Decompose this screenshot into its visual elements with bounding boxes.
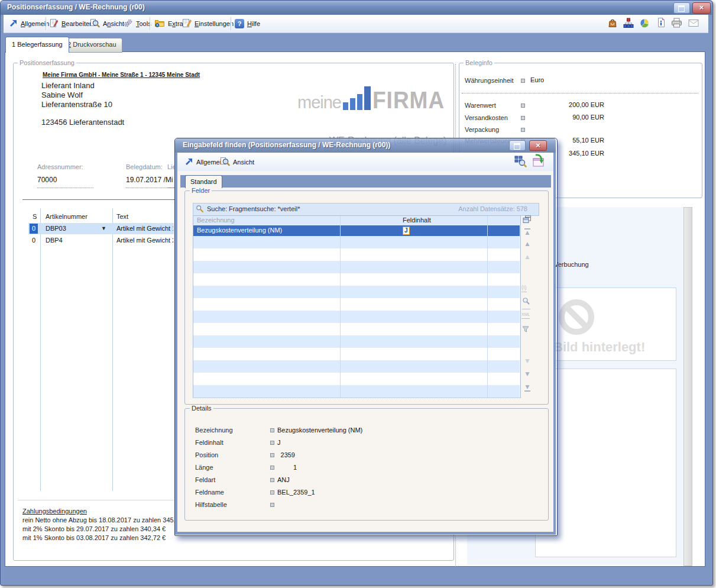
scroll-page-up-icon[interactable]: ▲ [523,241,532,247]
detail-label: Feldname [195,489,224,496]
dialog-close-button[interactable]: × [529,140,547,151]
dialog-menu-allgemein[interactable]: Allgemein [185,155,225,169]
verpackung-label: Verpackung [465,126,499,133]
no-image-text: Bild hinterlegt! [553,340,645,355]
row-artikelnummer[interactable]: DBP03 [46,225,66,232]
menu-item-bearbeiten[interactable]: Bearbeiten [49,17,93,31]
field-bullet-icon [270,490,274,495]
mail-icon[interactable] [688,19,699,30]
row-status-cell[interactable]: 0 [32,237,35,244]
dialog-frame [553,153,556,535]
address-line: Lieferant Inland [41,81,95,90]
menu-item-einstellungen[interactable]: Einstellungen [182,17,234,31]
search-term[interactable]: Fragmentsuche: *verteil* [229,205,300,212]
apply-selection-icon[interactable] [532,154,546,170]
modules-icon[interactable] [623,18,634,31]
scroll-page-down-icon[interactable]: ▼ [523,371,532,377]
address-line: Lieferantenstraße 10 [41,100,112,109]
adressnummer-value[interactable]: 70000 [37,176,57,184]
col-header-artikelnummer[interactable]: Artikelnummer [46,213,88,220]
document-info-icon[interactable] [656,17,666,30]
field-bullet-icon [521,116,525,120]
belegdatum-label: Belegdatum: [126,163,163,170]
row-status-cell[interactable]: 0 [30,224,38,234]
tab-belegerfassung[interactable]: 1 Belegerfassung [5,37,69,53]
minimize-icon [678,5,685,12]
scroll-first-icon[interactable]: ▲ [523,228,532,235]
logo-bar-icon [343,102,348,110]
settings-document-icon [182,18,192,29]
menubar-separator [150,17,151,30]
detail-value: BEL_2359_1 [277,489,315,496]
beleginfo-separator [462,93,698,93]
close-button[interactable]: × [692,2,711,14]
column-chooser-icon[interactable] [523,215,532,226]
dropdown-arrow-icon[interactable]: ▼ [101,225,106,231]
panel-scrollbar[interactable] [683,207,692,566]
window-title: Positionserfassung / WE-Rechnung (r00) [7,3,145,11]
field-bullet-icon [270,428,274,432]
table-column-line [112,208,113,491]
help-icon: ? [235,19,244,28]
dialog-minimize-button[interactable] [509,140,526,151]
row-text[interactable]: Artikel mit Gewicht 2 [116,237,173,244]
waehrungseinheit-value: Euro [530,76,544,83]
folder-icon [154,18,165,29]
xml-tool-icon[interactable]: XML [521,312,530,319]
zahlungsbedingungen-line: mit 1% Skonto bis 03.08.2017 zu zahlen 3… [22,534,166,541]
printer-icon[interactable] [671,18,682,30]
scroll-down-icon[interactable]: ▼ [523,358,532,364]
col-header-text[interactable]: Text [116,213,128,220]
belegdatum-value[interactable]: 19.07.2017 /Mi [126,176,173,184]
field-bullet-icon [270,503,274,507]
find-field-dialog: Eingabefeld finden (Positionserfassung /… [174,138,558,536]
dialog-frame [175,532,556,535]
dialog-tab-standard[interactable]: Standard [185,175,222,188]
menu-item-ansicht[interactable]: Ansicht [90,17,124,31]
dialog-menu-ansicht[interactable]: Ansicht [220,155,254,169]
view-magnifier-icon [220,157,230,167]
scroll-last-icon[interactable]: ▼ [523,385,532,392]
dialog-tabstrip [180,175,551,188]
row-artikelnummer[interactable]: DBP4 [46,237,63,244]
menu-item-allgemein[interactable]: Allgemein [9,17,49,31]
tab-druckvorschau[interactable]: 2 Druckvorschau [61,38,122,53]
detail-label: Länge [195,464,213,471]
details-group-label: Details [190,405,213,412]
felder-group-label: Felder [190,187,212,194]
zahlungsbedingungen-line: mit 2% Skonto bis 29.07.2017 zu zahlen 3… [22,525,166,532]
logo-word-meine: meine [297,95,341,110]
logo-bar-icon [350,98,355,110]
detail-label: Position [195,451,218,458]
detail-value: 2359 [277,451,295,458]
menu-item-hilfe[interactable]: ? Hilfe [235,17,260,31]
logo-word-firma: FIRMA [372,90,445,110]
brackets-tool-icon[interactable]: (I) [521,285,527,292]
pie-chart-icon[interactable] [639,18,650,31]
arrow-ne-icon [9,19,18,28]
scroll-up-icon[interactable]: ▲ [523,254,532,260]
minimize-icon [514,143,520,150]
dialog-title: Eingabefeld finden (Positionserfassung /… [183,141,390,149]
versandkosten-value: 90,00 EUR [545,114,604,121]
versandkosten-label: Versandkosten [465,114,508,121]
col-header-s[interactable]: S [33,213,37,220]
menu-item-tools[interactable]: Tools [124,17,151,31]
zahlungsbedingungen-line: rein Netto ohne Abzug bis 18.08.2017 zu … [22,516,176,524]
positionserfassung-group-label: Positionserfassung [18,59,76,66]
row-text[interactable]: Artikel mit Gewicht 1 [116,225,173,232]
minimize-button[interactable] [673,2,690,14]
arrow-ne-icon [185,157,193,167]
view-magnifier-icon [90,18,100,29]
address-city-line: 123456 Lieferantenstadt [41,118,124,127]
result-table-frame [193,215,521,398]
record-count: Anzahl Datensätze: 578 [412,205,527,212]
detail-value: 1 [277,464,297,471]
filter-tool-icon[interactable] [522,324,529,335]
table-search-icon[interactable] [514,154,527,170]
warenwert-label: Warenwert [465,102,496,109]
magnifier-tool-icon[interactable] [522,297,530,309]
detail-value: Bezugskostenverteilung (NM) [277,427,362,434]
menubar-separator [46,17,47,30]
bag-icon[interactable] [607,18,618,31]
